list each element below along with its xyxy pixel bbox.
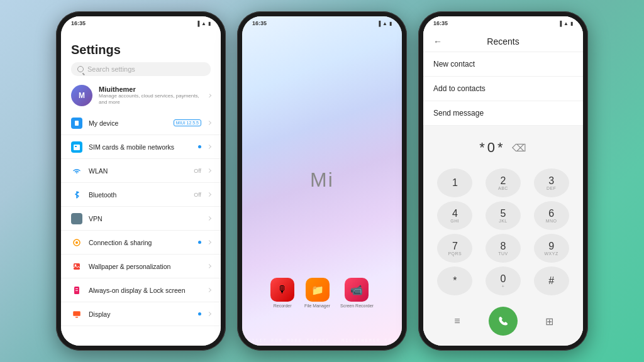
recents-title: Recents: [450, 36, 557, 47]
numpad-row-1: 1 2ABC 3DEF: [431, 168, 575, 197]
svg-rect-0: [75, 121, 79, 126]
app-screen-recorder[interactable]: 📹 Screen Recorder: [340, 278, 374, 308]
wlan-label: WLAN: [89, 167, 187, 175]
app-file-manager[interactable]: 📁 File Manager: [304, 278, 330, 308]
display-item[interactable]: Display: [61, 302, 221, 326]
display-dot: [198, 312, 201, 315]
key-star[interactable]: *: [437, 266, 472, 295]
wallpaper-icon: [71, 261, 82, 272]
svg-rect-1: [74, 145, 80, 150]
sim-dot: [198, 145, 201, 148]
my-device-chevron: [207, 121, 211, 125]
bluetooth-chevron: [207, 192, 211, 197]
phone-1: 16:35 ▐ ▲ ▮ Settings Search settings M M…: [56, 11, 226, 351]
profile-item[interactable]: M Miuithemer Manage accounts, cloud serv…: [61, 80, 221, 111]
wlan-icon: [71, 165, 82, 177]
send-message-item[interactable]: Send message: [423, 101, 583, 126]
svg-rect-11: [75, 317, 78, 318]
aod-item[interactable]: Always-on display & Lock screen: [61, 278, 221, 302]
add-to-contacts-item[interactable]: Add to contacts: [423, 77, 583, 101]
key-4[interactable]: 4GHI: [437, 201, 472, 230]
connection-label: Connection & sharing: [89, 239, 192, 246]
key-5[interactable]: 5JKL: [486, 201, 521, 230]
backspace-button[interactable]: ⌫: [512, 140, 527, 155]
aod-label: Always-on display & Lock screen: [89, 287, 201, 294]
sim-icon: [71, 141, 82, 153]
my-device-label: My device: [89, 119, 167, 127]
status-icons-1: ▐ ▲ ▮: [196, 21, 211, 26]
back-button[interactable]: [433, 37, 442, 46]
dialer-bottom: ≡ ⊞: [423, 302, 583, 341]
phone-3: 16:35 ▐ ▲ ▮ Recents New contact Add to c…: [418, 11, 588, 351]
key-8[interactable]: 8TUV: [486, 234, 521, 263]
status-bar-3: 16:35 ▐ ▲ ▮: [423, 16, 583, 28]
vpn-item[interactable]: VPN: [61, 207, 221, 231]
my-device-icon: [71, 118, 82, 129]
numpad-row-3: 7PQRS 8TUV 9WXYZ: [431, 234, 575, 263]
display-icon: [71, 309, 82, 320]
search-placeholder: Search settings: [87, 65, 135, 73]
chevron-right-icon: [208, 94, 212, 98]
dialpad-button[interactable]: ⊞: [538, 310, 560, 332]
display-chevron: [207, 312, 211, 316]
dialer-display: *0* ⌫: [423, 129, 583, 166]
miui-badge: MIUI 12.5.5: [174, 119, 201, 126]
status-icons-2: ▐ ▲ ▮: [377, 21, 392, 26]
recents-header: Recents: [423, 28, 583, 52]
recorder-icon: 🎙: [270, 278, 294, 302]
bluetooth-item[interactable]: Bluetooth Off: [61, 183, 221, 207]
search-bar[interactable]: Search settings: [71, 62, 211, 76]
recents-menu: New contact Add to contacts Send message: [423, 52, 583, 126]
wallpaper-chevron: [207, 264, 211, 268]
sim-chevron: [207, 145, 211, 149]
svg-rect-8: [75, 288, 78, 289]
my-device-item[interactable]: My device MIUI 12.5.5: [61, 111, 221, 135]
app-recorder[interactable]: 🎙 Recorder: [270, 278, 294, 308]
menu-button[interactable]: ≡: [446, 310, 469, 332]
key-1[interactable]: 1: [437, 168, 472, 197]
battery-icon: ▮: [208, 21, 211, 26]
signal-icon: ▐: [196, 21, 199, 26]
profile-desc: Manage accounts, cloud services, payment…: [99, 93, 202, 106]
profile-text: Miuithemer Manage accounts, cloud servic…: [99, 85, 202, 106]
key-2[interactable]: 2ABC: [486, 168, 521, 197]
wlan-value: Off: [194, 168, 201, 174]
status-icons-3: ▐ ▲ ▮: [558, 21, 573, 26]
new-contact-item[interactable]: New contact: [423, 52, 583, 77]
sim-label: SIM cards & mobile networks: [89, 143, 192, 151]
bluetooth-label: Bluetooth: [89, 191, 187, 199]
connection-chevron: [207, 240, 211, 244]
wlan-chevron: [207, 168, 211, 173]
dialer-screen: 16:35 ▐ ▲ ▮ Recents New contact Add to c…: [423, 16, 583, 346]
key-9[interactable]: 9WXYZ: [534, 234, 569, 263]
vpn-icon: [71, 213, 82, 224]
phone-3-screen: 16:35 ▐ ▲ ▮ Recents New contact Add to c…: [423, 16, 583, 346]
connection-item[interactable]: Connection & sharing: [61, 231, 221, 255]
bluetooth-value: Off: [194, 192, 201, 198]
call-button[interactable]: [489, 307, 518, 336]
numpad-row-2: 4GHI 5JKL 6MNO: [431, 201, 575, 230]
aod-chevron: [207, 288, 211, 292]
key-hash[interactable]: #: [534, 266, 569, 295]
file-manager-icon: 📁: [306, 278, 330, 302]
key-6[interactable]: 6MNO: [534, 201, 569, 230]
wallpaper-item[interactable]: Wallpaper & personalization: [61, 255, 221, 278]
key-3[interactable]: 3DEF: [534, 168, 569, 197]
settings-screen: 16:35 ▐ ▲ ▮ Settings Search settings M M…: [61, 16, 221, 346]
wifi-status-icon: ▲: [201, 21, 206, 26]
key-7[interactable]: 7PQRS: [437, 234, 472, 263]
profile-name: Miuithemer: [99, 85, 202, 93]
battery-icon-2: ▮: [389, 21, 392, 26]
status-bar-1: 16:35 ▐ ▲ ▮: [61, 16, 221, 28]
numpad-row-4: * 0+ #: [431, 266, 575, 295]
wlan-item[interactable]: WLAN Off: [61, 159, 221, 183]
bluetooth-icon: [71, 189, 82, 200]
settings-title: Settings: [71, 43, 211, 57]
key-0[interactable]: 0+: [486, 266, 521, 295]
sim-item[interactable]: SIM cards & mobile networks: [61, 135, 221, 159]
avatar: M: [71, 85, 92, 106]
wallpaper-label: Wallpaper & personalization: [89, 263, 201, 270]
vpn-chevron: [207, 216, 211, 221]
svg-rect-9: [75, 290, 78, 291]
svg-point-4: [75, 241, 78, 244]
